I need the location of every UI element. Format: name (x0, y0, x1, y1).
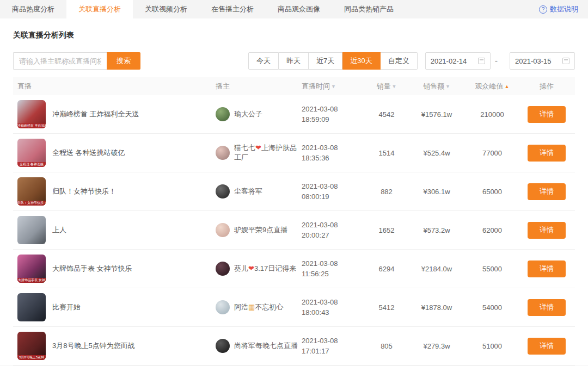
range-custom-button[interactable]: 自定义 (381, 52, 418, 70)
streamer-name: 葵儿❤3.17日记得来 (234, 264, 296, 274)
tab-related-video[interactable]: 关联视频分析 (133, 0, 199, 18)
table-row: 全程送 各种送挑 全程送 各种送挑站破亿 猫七七❤上海护肤品工厂 2021-03… (13, 134, 575, 172)
revenue-cell: ¥279.3w (407, 342, 466, 350)
range-yesterday-button[interactable]: 昨天 (279, 52, 309, 70)
main-content: 关联直播分析列表 搜索 今天 昨天 近7天 近30天 自定义 2021-02-1… (0, 18, 588, 365)
tab-onsale-streamer[interactable]: 在售播主分析 (199, 0, 266, 18)
sort-desc-icon: ▼ (445, 84, 450, 89)
live-title: 冲巅峰榜首 王炸福利全天送 (52, 109, 139, 119)
sort-desc-icon: ▼ (392, 84, 397, 89)
quick-range-group: 今天 昨天 近7天 近30天 自定义 (248, 52, 418, 70)
calendar-icon (562, 58, 569, 64)
streamer-name: 尚将军每晚七点直播 (234, 341, 298, 351)
column-header-revenue[interactable]: 销售额▼ (423, 82, 450, 91)
table-row: 3月8号晚上5点钟 3月8号晚上5点钟为您而战 尚将军每晚七点直播 2021-0… (13, 327, 575, 365)
streamer-avatar[interactable] (216, 146, 230, 160)
start-date-input[interactable]: 2021-02-14 (425, 52, 491, 70)
streamer-name: 驴嫂平荣9点直播 (234, 225, 287, 235)
live-thumbnail[interactable]: 冲巅峰榜首 王炸福利 (17, 100, 46, 128)
live-title: 比赛开始 (52, 302, 81, 312)
search-input[interactable] (13, 52, 107, 70)
revenue-cell: ¥1878.0w (407, 303, 466, 312)
tab-related-live[interactable]: 关联直播分析 (66, 0, 133, 18)
detail-button[interactable]: 详情 (528, 338, 566, 355)
end-date-value: 2021-03-15 (515, 57, 552, 65)
revenue-cell: ¥306.1w (407, 188, 466, 196)
detail-button[interactable]: 详情 (528, 106, 566, 123)
date-filters: 今天 昨天 近7天 近30天 自定义 2021-02-14 - 2021-03-… (248, 52, 575, 70)
range-30days-button[interactable]: 近30天 (342, 52, 380, 70)
range-today-button[interactable]: 今天 (248, 52, 279, 70)
table-row: 冲巅峰榜首 王炸福利 冲巅峰榜首 王炸福利全天送 瑜大公子 2021-03-08… (13, 95, 575, 134)
live-time-cell: 2021-03-0820:00:27 (302, 220, 366, 240)
live-time-cell: 2021-03-0811:56:25 (302, 258, 366, 279)
peak-viewers-cell: 65000 (466, 188, 518, 196)
sales-cell: 882 (366, 188, 407, 196)
column-header-live-time[interactable]: 直播时间▼ (302, 82, 336, 91)
page-title: 关联直播分析列表 (13, 18, 575, 40)
live-title: 上人 (52, 225, 66, 235)
thumbnail-caption: 全程送 各种送挑 (17, 162, 46, 167)
peak-viewers-cell: 62000 (466, 226, 518, 234)
live-thumbnail[interactable] (17, 293, 46, 321)
thumbnail-caption: 归队！女神节快乐！ (17, 201, 46, 206)
column-header-streamer: 播主 (216, 82, 302, 91)
sales-cell: 1652 (366, 226, 407, 234)
live-thumbnail[interactable]: 大牌饰品手表 女神 (17, 255, 46, 283)
streamer-name: 阿浩▦不忘初心 (234, 302, 283, 312)
data-help-link[interactable]: ? 数据说明 (539, 0, 578, 18)
streamer-avatar[interactable] (216, 223, 230, 237)
detail-button[interactable]: 详情 (528, 299, 566, 316)
end-date-input[interactable]: 2021-03-15 (510, 52, 575, 70)
streamer-avatar[interactable] (216, 184, 230, 198)
streamer-name: 瑜大公子 (234, 109, 262, 119)
tab-product-heat[interactable]: 商品热度分析 (0, 0, 66, 18)
detail-button[interactable]: 详情 (528, 222, 566, 239)
live-time-cell: 2021-03-0818:35:36 (302, 142, 366, 163)
sales-cell: 1514 (366, 149, 407, 157)
range-7days-button[interactable]: 近7天 (309, 52, 342, 70)
sort-desc-icon: ▼ (331, 84, 336, 89)
streamer-avatar[interactable] (216, 300, 230, 314)
top-tab-bar: 商品热度分析 关联直播分析 关联视频分析 在售播主分析 商品观众画像 同品类热销… (0, 0, 588, 18)
thumbnail-caption: 大牌饰品手表 女神 (17, 278, 46, 283)
table-row: 大牌饰品手表 女神 大牌饰品手表 女神节快乐 葵儿❤3.17日记得来 2021-… (13, 250, 575, 288)
start-date-value: 2021-02-14 (431, 57, 467, 65)
search-box: 搜索 (13, 52, 140, 70)
tab-same-category-hot[interactable]: 同品类热销产品 (332, 0, 406, 18)
detail-button[interactable]: 详情 (528, 145, 566, 162)
table-header-row: 直播 播主 直播时间▼ 销量▼ 销售额▼ 观众峰值▲ 操作 (13, 77, 575, 95)
sort-asc-icon: ▲ (505, 84, 510, 89)
calendar-icon (478, 58, 485, 64)
peak-viewers-cell: 210000 (466, 110, 518, 119)
live-thumbnail[interactable]: 归队！女神节快乐！ (17, 177, 46, 206)
thumbnail-caption: 3月8号晚上5点钟 (17, 355, 46, 360)
table-row: 归队！女神节快乐！ 归队！女神节快乐！ 尘客将军 2021-03-0808:00… (13, 172, 575, 211)
thumbnail-caption: 冲巅峰榜首 王炸福利 (17, 123, 46, 128)
peak-viewers-cell: 55000 (466, 265, 518, 273)
table-row: 上人 驴嫂平荣9点直播 2021-03-0820:00:27 1652 ¥573… (13, 211, 575, 250)
question-circle-icon: ? (539, 5, 547, 14)
streamer-avatar[interactable] (216, 339, 230, 353)
column-header-live: 直播 (13, 82, 216, 91)
peak-viewers-cell: 54000 (466, 303, 518, 312)
live-thumbnail[interactable]: 3月8号晚上5点钟 (17, 332, 46, 360)
search-button[interactable]: 搜索 (107, 52, 140, 70)
date-range-separator: - (495, 56, 498, 66)
detail-button[interactable]: 详情 (528, 183, 566, 200)
streamer-name: 尘客将军 (234, 187, 262, 196)
tab-product-audience[interactable]: 商品观众画像 (266, 0, 332, 18)
streamer-avatar[interactable] (216, 262, 230, 276)
live-time-cell: 2021-03-0808:00:19 (302, 181, 366, 202)
sales-cell: 4542 (366, 110, 407, 119)
table-row: 比赛开始 阿浩▦不忘初心 2021-03-0818:00:43 5412 ¥18… (13, 288, 575, 327)
live-thumbnail[interactable] (17, 216, 46, 244)
column-header-peak-viewers[interactable]: 观众峰值▲ (475, 82, 510, 91)
live-thumbnail[interactable]: 全程送 各种送挑 (17, 139, 46, 167)
detail-button[interactable]: 详情 (528, 260, 566, 277)
revenue-cell: ¥573.2w (407, 226, 466, 234)
streamer-avatar[interactable] (216, 107, 230, 121)
streamer-name: 猫七七❤上海护肤品工厂 (234, 143, 302, 163)
revenue-cell: ¥1576.1w (407, 110, 466, 119)
column-header-sales[interactable]: 销量▼ (377, 82, 397, 91)
